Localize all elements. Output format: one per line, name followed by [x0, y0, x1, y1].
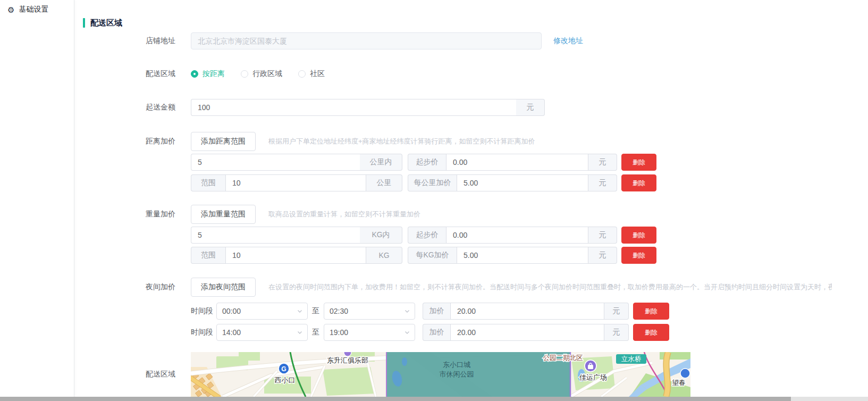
to-label: 至 — [312, 306, 319, 316]
per-kg-price-group: 每KG加价 元 — [408, 247, 617, 264]
weight-range-input[interactable] — [225, 247, 366, 264]
map-label-district: 公园二期北区 — [543, 354, 584, 362]
weight-row-1: KG内 起步价 元 删除 — [75, 227, 868, 244]
area-type-row: 配送区域 按距离 行政区域 社区 — [75, 69, 868, 79]
unit-kg-within: KG内 — [360, 227, 402, 244]
distance-row-1: 公里内 起步价 元 删除 — [75, 154, 868, 171]
map-label-park-1: 东小口城 — [443, 361, 470, 369]
min-amount-input[interactable] — [191, 99, 516, 116]
section-accent-bar — [83, 18, 85, 28]
page-title: 配送区域 — [90, 18, 122, 28]
markup-prepend: 加价 — [423, 324, 450, 341]
distance-base-price-input[interactable] — [446, 154, 588, 171]
night1-start-select[interactable]: 00:00 — [216, 303, 308, 320]
delete-night-row1-button[interactable]: 删除 — [633, 303, 669, 320]
min-amount-group: 元 — [191, 99, 545, 116]
to-label: 至 — [312, 328, 319, 337]
delete-night-row2-button[interactable]: 删除 — [633, 324, 669, 341]
distance-hint: 根据用户下单定位地址经纬度+商家地址经纬度计算骑行距离，如留空则不计算距离加价 — [268, 137, 535, 146]
weight-base-price-input[interactable] — [446, 227, 588, 244]
horizontal-scrollbar — [0, 397, 868, 401]
delete-weight-row1-button[interactable]: 删除 — [621, 227, 656, 244]
area-type-label: 配送区域 — [75, 69, 191, 79]
night-label: 夜间加价 — [75, 282, 191, 292]
store-address-input[interactable] — [191, 32, 542, 49]
per-kg-price-input[interactable] — [457, 247, 588, 264]
weight-header-row: 重量加价 添加重量范围 取商品设置的重量计算，如留空则不计算重量加价 — [75, 205, 868, 224]
night2-markup-input[interactable] — [450, 324, 604, 341]
per-km-price-input[interactable] — [457, 174, 588, 191]
map-label-xixiaokou: 西小口 — [275, 376, 296, 384]
chevron-down-icon — [404, 308, 410, 314]
base-price-prepend: 起步价 — [408, 227, 446, 244]
distance-range-input[interactable] — [225, 174, 366, 191]
distance-row-2: 范围 公里 每公里加价 元 删除 — [75, 174, 868, 191]
sidebar: ⚙ 基础设置 — [0, 0, 74, 397]
subway-logo-letter: G — [281, 365, 286, 373]
radio-dot-icon — [191, 70, 198, 78]
per-km-price-group: 每公里加价 元 — [408, 174, 617, 191]
weight-hint: 取商品设置的重量计算，如留空则不计算重量加价 — [268, 210, 420, 219]
night1-markup-input[interactable] — [450, 303, 604, 320]
night2-end-select[interactable]: 19:00 — [324, 324, 415, 341]
radio-dot-icon — [298, 70, 306, 78]
weight-range-group: 范围 KG — [191, 247, 402, 264]
store-address-label: 店铺地址 — [75, 36, 191, 46]
weight-label: 重量加价 — [75, 210, 191, 219]
radio-community[interactable]: 社区 — [298, 69, 325, 79]
sidebar-item-basic-settings[interactable]: ⚙ 基础设置 — [0, 0, 74, 19]
night-header-row: 夜间加价 添加夜间范围 在设置的夜间时间范围内下单，加收费用！如留空，则不计算夜… — [75, 278, 868, 297]
distance-label: 距离加价 — [75, 137, 191, 146]
unit-yuan: 元 — [604, 303, 629, 320]
sidebar-item-label: 基础设置 — [19, 5, 48, 14]
delete-weight-row2-button[interactable]: 删除 — [621, 247, 656, 264]
section-header: 配送区域 — [83, 18, 868, 28]
map-label-plaza: 佳运广场 — [579, 373, 607, 381]
modify-address-link[interactable]: 修改地址 — [553, 36, 583, 46]
radio-label: 按距离 — [203, 69, 225, 79]
select-value: 02:30 — [330, 307, 348, 315]
min-amount-label: 起送金额 — [75, 103, 191, 112]
distance-within-input[interactable] — [191, 154, 360, 171]
horizontal-scrollbar-thumb[interactable] — [0, 397, 791, 401]
map-canvas: 东升汇俱乐部 G 西小口 东小口城 市休闲公园 公园二期北区 立水桥 佳运广场 … — [191, 352, 690, 397]
unit-km: 公里 — [366, 174, 402, 191]
night-hint: 在设置的夜间时间范围内下单，加收费用！如留空，则不计算夜间加价。当配送时间与多个… — [268, 282, 832, 292]
add-night-range-button[interactable]: 添加夜间范围 — [191, 278, 256, 297]
time-range-label: 时间段 — [191, 328, 213, 337]
night1-end-select[interactable]: 02:30 — [324, 303, 415, 320]
radio-dot-icon — [241, 70, 248, 78]
select-value: 14:00 — [222, 328, 241, 337]
select-value: 19:00 — [330, 328, 348, 337]
store-address-row: 店铺地址 修改地址 — [75, 32, 868, 49]
time-range-label: 时间段 — [191, 306, 213, 316]
distance-base-price-group: 起步价 元 — [408, 154, 617, 171]
delete-distance-row1-button[interactable]: 删除 — [621, 154, 656, 171]
unit-kg: KG — [366, 247, 402, 264]
distance-range-group: 范围 公里 — [191, 174, 402, 191]
weight-within-input[interactable] — [191, 227, 360, 244]
chevron-down-icon — [297, 329, 303, 336]
night2-markup-group: 加价 元 — [423, 324, 629, 341]
per-kg-prepend: 每KG加价 — [408, 247, 457, 264]
unit-yuan: 元 — [588, 227, 617, 244]
delivery-area-map[interactable]: 东升汇俱乐部 G 西小口 东小口城 市休闲公园 公园二期北区 立水桥 佳运广场 … — [191, 352, 690, 397]
gear-icon: ⚙ — [7, 6, 14, 14]
night-row-2: 时间段 14:00 至 19:00 加价 元 删除 — [75, 324, 868, 341]
add-weight-range-button[interactable]: 添加重量范围 — [191, 205, 256, 224]
markup-prepend: 加价 — [423, 303, 450, 320]
unit-yuan: 元 — [604, 324, 629, 341]
weight-within-group: KG内 — [191, 227, 402, 244]
main-content: 配送区域 店铺地址 修改地址 配送区域 按距离 行政区域 社区 起送金额 元 距… — [75, 0, 868, 397]
distance-header-row: 距离加价 添加距离范围 根据用户下单定位地址经纬度+商家地址经纬度计算骑行距离，… — [75, 132, 868, 151]
night2-start-select[interactable]: 14:00 — [216, 324, 308, 341]
unit-yuan: 元 — [588, 174, 617, 191]
poi-icon — [680, 369, 690, 378]
add-distance-range-button[interactable]: 添加距离范围 — [191, 132, 256, 151]
radio-label: 行政区域 — [252, 69, 282, 79]
radio-admin-region[interactable]: 行政区域 — [241, 69, 282, 79]
radio-label: 社区 — [310, 69, 325, 79]
club-poi-icon — [344, 352, 351, 356]
delete-distance-row2-button[interactable]: 删除 — [621, 174, 656, 191]
radio-by-distance[interactable]: 按距离 — [191, 69, 225, 79]
